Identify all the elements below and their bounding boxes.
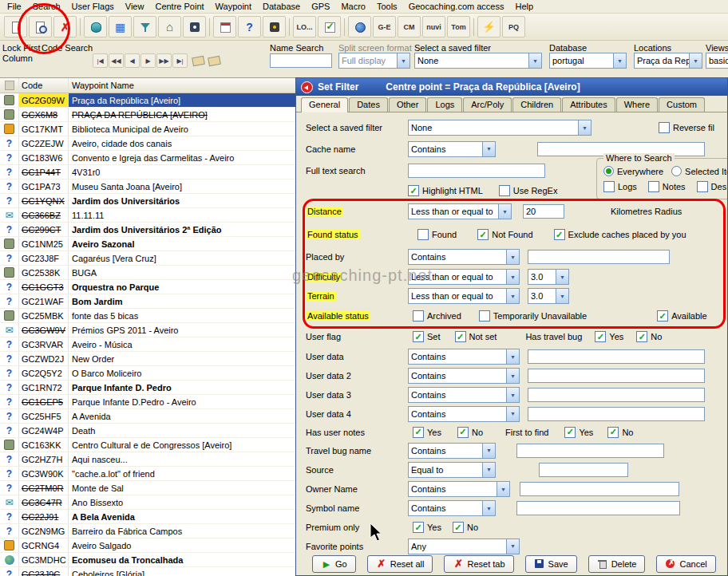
table-row[interactable]: GC3MDHCEcomuseu da Troncalhada [0,553,295,567]
dropdown[interactable]: Contains▼ [408,387,520,403]
validate-button[interactable] [318,16,341,37]
tab-dates[interactable]: Dates [349,97,388,112]
text-input[interactable] [408,164,545,178]
checkbox-not-found[interactable]: ✓Not Found [477,229,532,240]
table-row[interactable]: ?GC183W6Convento e Igreja das Carmelitas… [0,151,295,165]
checkbox-use-regex[interactable]: Use RegEx [499,185,558,196]
checkbox-no[interactable]: ✓No [607,427,633,438]
nuvi-button[interactable]: nuvi [422,16,445,37]
menu-item-tools[interactable]: Tools [371,1,403,12]
table-row[interactable]: ?GC1PA73Museu Santa Joana [Aveiro] [0,180,295,194]
text-input[interactable] [528,369,705,383]
radio-everywhere[interactable]: Everywhere [603,166,663,176]
table-row[interactable]: ?GC1P44T4V31r0 [0,165,295,180]
code-search-button[interactable] [29,16,52,37]
checkbox-yes[interactable]: ✓Yes [564,427,593,438]
table-row[interactable]: ✉GC3GW9VPrémios GPS 2011 - Aveiro [0,323,295,337]
help-button[interactable] [238,16,261,37]
tag-icon[interactable] [192,55,205,65]
delete-button[interactable] [53,16,77,37]
menu-item-user-flags[interactable]: User Flags [66,1,120,12]
code-column-header[interactable]: Code [19,78,69,93]
text-input[interactable] [528,349,705,364]
nav-button-2[interactable]: ◀ [125,53,140,68]
table-row[interactable]: GC1NM25Aveiro Sazonal [0,237,295,251]
text-input[interactable] [516,444,664,458]
table-row[interactable]: GCRNG4Aveiro Salgado [0,539,295,553]
table-row[interactable]: ?GC1GEP5Parque Infante D.Pedro - Aveiro [0,395,295,409]
table-row[interactable]: ✉GC3C47RAno Bissexto [0,495,295,510]
cancel-button[interactable]: Cancel [656,555,715,573]
tab-where[interactable]: Where [616,97,658,112]
split-screen-dropdown[interactable]: Full display▼ [338,53,410,69]
checkbox-set[interactable]: ✓Set [413,331,441,342]
globe-export-button[interactable] [348,16,371,37]
checkbox-no[interactable]: ✓No [636,331,662,342]
table-row[interactable]: ?GC23J8FCagaréus [Vera Cruz] [0,251,295,266]
menu-item-centre-point[interactable]: Centre Point [149,1,209,12]
nav-button-1[interactable]: ◀◀ [109,53,124,68]
table-row[interactable]: ?GC1RN72Parque Infante D. Pedro [0,381,295,395]
nav-button-3[interactable]: ▶ [140,53,156,68]
menu-item-macro[interactable]: Macro [335,1,371,12]
dropdown[interactable]: Contains▼ [408,443,496,459]
text-input[interactable] [516,501,680,515]
table-row[interactable]: ?GC21WAFBom Jardim [0,294,295,309]
pq-button[interactable]: PQ [502,16,525,37]
table-row[interactable]: ?GC23J9CCeboleiros [Glória] [0,567,295,576]
dropdown[interactable]: Contains▼ [408,481,510,497]
table-row[interactable]: ?GC25HF5A Avenida [0,409,295,424]
nav-button-5[interactable]: ▶| [172,53,188,68]
menu-item-search[interactable]: Search [27,1,66,12]
cm-button[interactable]: CM [398,16,421,37]
radio-selected-ite[interactable]: Selected Ite [671,166,728,176]
table-row[interactable]: ?GCZWD2JNew Order [0,352,295,366]
checkbox-no[interactable]: ✓No [453,522,478,533]
database-button[interactable] [84,16,107,37]
dropdown[interactable]: None▼ [408,120,592,136]
table-row[interactable]: ?GC2ZEJWAveiro, cidade dos canais [0,136,295,151]
gps-button[interactable] [183,16,206,37]
text-input[interactable] [523,204,564,219]
macro-button[interactable] [263,16,286,37]
dropdown[interactable]: Contains▼ [408,349,520,365]
nav-button-4[interactable]: ▶▶ [156,53,172,68]
menu-item-waypoint[interactable]: Waypoint [210,1,257,12]
views-dropdown[interactable]: basic [706,53,728,69]
dropdown[interactable]: Equal to▼ [408,462,496,478]
tab-logs[interactable]: Logs [427,97,462,112]
checkbox-archived[interactable]: Archived [413,310,461,322]
tag-icon[interactable] [208,55,221,65]
table-row[interactable]: ?GC1YQNXJardim dos Universitários [0,194,295,208]
dropdown[interactable]: Less than or equal to▼ [408,269,520,285]
tab-general[interactable]: General [301,97,348,112]
dropdown[interactable]: 3.0▼ [528,288,569,304]
lo-button[interactable]: LO... [293,16,316,37]
checkbox-yes[interactable]: ✓Yes [413,522,441,533]
dialog-icon[interactable] [301,81,313,93]
table-row[interactable]: GC163KKCentro Cultural e de Congressos [… [0,438,295,452]
name-column-header[interactable]: Waypoint Name [69,78,295,93]
table-row[interactable]: ?GC3RVARAveiro - Música [0,337,295,352]
dropdown[interactable]: Contains▼ [408,406,520,422]
table-row[interactable]: ?GC2Q5Y2O Barco Moliceiro [0,366,295,381]
dropdown[interactable]: Contains▼ [408,500,496,516]
nav-button-0[interactable]: |◀ [93,53,108,68]
checkbox-not-set[interactable]: ✓Not set [455,331,497,342]
tom-button[interactable]: Tom [447,16,470,37]
text-input[interactable] [528,250,670,264]
table-row[interactable]: ?GC1GGT3Orquestra no Parque [0,280,295,294]
reset-all-button[interactable]: Reset all [367,555,433,573]
checkbox-available[interactable]: ✓Available [657,310,706,322]
table-row[interactable]: ?GC24W4PDeath [0,424,295,438]
checkbox-no[interactable]: ✓No [457,427,483,438]
checkbox-exclude-caches-placed-by-you[interactable]: ✓Exclude caches placed by you [554,229,686,240]
menu-item-file[interactable]: File [2,1,27,12]
menu-item-geocaching-com-access[interactable]: Geocaching.com access [403,1,510,12]
table-row[interactable]: GC2538KBUGA [0,266,295,280]
database-dropdown[interactable]: portugal▼ [549,53,627,69]
home-button[interactable] [158,16,181,37]
save-button[interactable]: Save [525,555,577,573]
dropdown[interactable]: Contains▼ [408,249,520,265]
checkbox-found[interactable]: Found [417,229,457,240]
